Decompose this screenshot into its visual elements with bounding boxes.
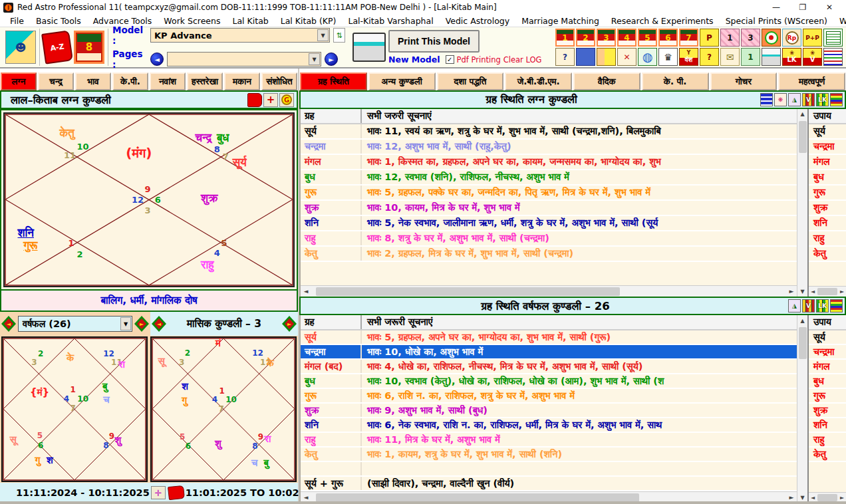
table-row[interactable]: बुधभावः 10, स्वभाव (केतु), धोखे का, राशि… [301,374,797,389]
tab-jbdm[interactable]: जे.बी.डी.एम. [505,72,572,90]
v-grid-icon[interactable]: V [802,93,815,106]
section1-hscrollbar[interactable]: ◄► [301,285,797,297]
tab-makan[interactable]: मकान [224,72,260,90]
compass-icon[interactable] [762,29,781,47]
lk-grid-icon[interactable]: LK [816,299,829,313]
book-date-icon[interactable] [168,485,185,500]
minimize-button[interactable]: — [763,1,789,14]
work-screen-4-icon[interactable]: 4 [617,29,636,47]
section1-vscrollbar[interactable]: ▲▼ [797,109,807,297]
table-row[interactable]: केतुभावः 1, कायम, शत्रु के घर में, शुभ भ… [301,447,797,462]
palette-icon[interactable]: ❋ [774,93,787,106]
upay-item[interactable]: बुध [809,170,846,186]
stripes-icon[interactable] [830,93,843,106]
menu-basic-tools[interactable]: Basic Tools [30,16,87,26]
tab-lagna[interactable]: लग्न [1,72,37,90]
print-page-icon[interactable]: P [700,29,719,47]
page-prev-button[interactable]: ◄ [150,53,164,66]
table-row-selected[interactable]: चन्द्रमाभावः 10, धोखे का, अशुभ भाव में [301,345,797,360]
table-row[interactable]: बुधभावः 12, स्वभाव (शनि), राशिफल, नीचस्थ… [301,170,797,186]
upay-item[interactable]: चन्द्रमा [809,345,846,360]
printer-icon[interactable] [352,33,386,62]
menu-vedic-astrology[interactable]: Vedic Astrology [440,16,515,26]
varshphal-prev-button[interactable]: ◄ [1,316,16,332]
calendar-icon[interactable]: 8 [74,31,104,64]
table-row[interactable]: गुरूभावः 6, राशि न. का, राशिफल, शत्रु के… [301,389,797,404]
upay-item[interactable]: गुरू [809,389,846,404]
upay-item[interactable]: केतु [809,247,846,262]
rupee-icon[interactable]: Rp [782,29,801,47]
tab-kp[interactable]: के.पी. [112,72,148,90]
book-icon[interactable] [247,93,262,107]
spreadsheet-icon[interactable] [823,29,843,47]
table-row[interactable]: शुक्रभावः 10, कायम, मित्र के घर में, शुभ… [301,201,797,216]
tab-mahatvapurna[interactable]: महत्वपूर्ण [778,72,845,90]
varshphal-dropdown[interactable]: वर्षफल (26)▼ [18,316,132,332]
page-next-button[interactable]: ► [325,53,338,66]
upay-item[interactable]: शुक्र [809,404,846,418]
tab-bhava[interactable]: भाव [75,72,111,90]
upay-item[interactable]: गुरू [809,186,846,201]
upay-item[interactable]: शनि [809,418,846,433]
stripes-icon[interactable] [830,299,843,313]
g-icon[interactable]: G [279,93,294,107]
dropdown-arrow-icon[interactable]: ▼ [309,53,320,65]
lal-kitab-book-icon[interactable]: A-Z [41,30,73,64]
pdf-printing-checkbox[interactable]: ✓ [446,55,454,64]
color-list-icon[interactable] [823,48,843,66]
v-grid-icon[interactable]: V [802,299,815,313]
upay-item[interactable]: मंगल [809,360,846,374]
close-button[interactable]: ✕ [816,1,843,14]
table-row[interactable]: शुक्रभावः 9, अशुभ भाव में, साथी (बुध) [301,404,797,418]
question-book-icon[interactable]: ? [700,48,719,66]
menu-research-experiments[interactable]: Research & Experiments [605,16,720,26]
varshphal-next-button[interactable]: ► [134,316,149,332]
tab-sanshodhit[interactable]: संशोधित [261,72,297,90]
work-screen-3-icon[interactable]: 3 [597,29,616,47]
work-screen-2-icon[interactable]: 2 [576,29,595,47]
y-vansh-icon[interactable]: Yवंश [679,48,698,66]
upay-hscrollbar[interactable]: ◄► [809,492,846,503]
computer-print-icon[interactable]: 1 [741,48,760,66]
table-row[interactable]: सूर्यभावः 5, ग्रहफल, अपने घर का, भाग्योद… [301,330,797,345]
work-screen-6-icon[interactable]: 6 [658,29,678,47]
printer-small-icon[interactable] [762,48,781,66]
clear-log-link[interactable]: Clear LOG [503,55,542,64]
upay-item[interactable]: शुक्र [809,201,846,216]
table-row[interactable]: सूर्य + गुरू(साझी दिवार), चन्द्रमा, वाल्… [301,477,797,491]
dropdown-arrow-icon[interactable]: ▼ [120,317,131,330]
upay-item[interactable]: राहु [809,433,846,447]
upay-item[interactable]: बुध [809,374,846,389]
upay-item[interactable]: शनि [809,216,846,231]
playing-card-icon[interactable]: ♛ [658,48,678,66]
tab-gochar[interactable]: गोचर [710,72,777,90]
table-row[interactable]: मंगलभावः 1, किस्मत का, ग्रहफल, अपने घर क… [301,155,797,170]
model-dropdown[interactable]: KP Advance▼ [150,28,330,43]
upay-item[interactable]: राहु [809,231,846,247]
masik-prev-button[interactable]: ◄ [152,316,166,332]
envelope-icon[interactable]: ✉ [720,48,740,66]
menu-lal-kitab-varshaphal[interactable]: Lal-Kitab Varshaphal [342,16,439,26]
upay-item[interactable]: मंगल [809,155,846,170]
plus-date-icon[interactable]: ✛ [151,486,166,499]
lal-kitab-v-icon[interactable]: ❀V [803,48,822,66]
section2-vscrollbar[interactable]: ▲▼ [797,315,807,503]
dropdown-arrow-icon[interactable]: ▼ [317,29,329,41]
work-screen-7-icon[interactable]: 7 [679,29,698,47]
profile-list-icon[interactable] [597,48,616,66]
pages-dropdown[interactable]: ▼ [167,52,321,66]
print-this-model-button[interactable]: Print This Model [388,30,480,53]
grid-table-icon[interactable] [760,93,773,106]
table-row[interactable]: शनिभावः 6, नेक स्वभाव, राशि न. का, राशिफ… [301,418,797,433]
tab-chandra[interactable]: चन्द्र [38,72,74,90]
match-making-icon[interactable]: ✕ [617,48,636,66]
work-screen-1-icon[interactable]: 1 [555,29,575,47]
lal-kitab-lk-icon[interactable]: ❀LK [782,48,801,66]
map-question-icon[interactable]: ? [555,48,575,66]
table-row[interactable]: राहुभावः 8, शत्रु के घर में, अशुभ भाव मे… [301,231,797,247]
work-screen-5-icon[interactable]: 5 [638,29,657,47]
blue-book-icon[interactable] [576,48,595,66]
refresh-model-icon[interactable]: ⇅ [333,28,345,43]
tab-vedic[interactable]: वैदिक [573,72,640,90]
upay-item[interactable]: सूर्य [809,330,846,345]
